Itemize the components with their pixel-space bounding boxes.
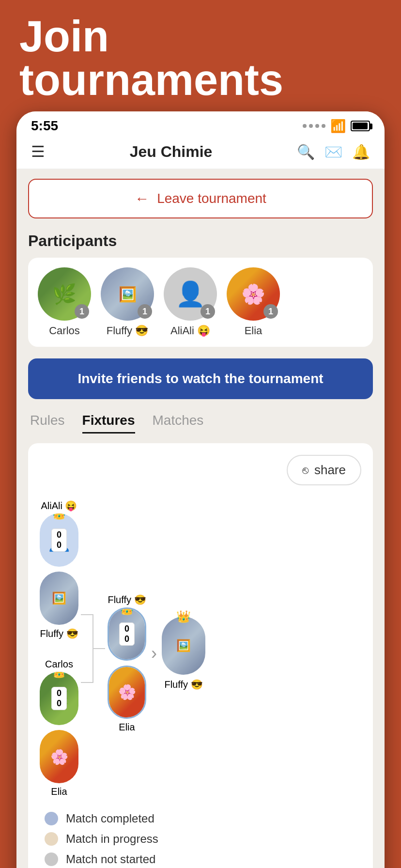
signal-dots	[303, 124, 325, 128]
fluffy-bracket-avatar1: 🖼️	[40, 572, 78, 625]
elia-bracket-img: 🌸	[40, 730, 78, 783]
carlos-avatar-wrap: 🌿 1	[38, 267, 91, 321]
legend-dot-in-progress	[45, 832, 58, 846]
fluffy-avatar-wrap: 🖼️ 1	[101, 267, 154, 321]
elia-bracket-name2: Elia	[119, 722, 135, 733]
legend-label-not-started: Match not started	[66, 852, 155, 866]
crown3-icon: 👑	[120, 607, 134, 616]
elia-bracket-avatar2: 🌸	[108, 666, 146, 719]
legend-label-in-progress: Match in progress	[66, 832, 158, 846]
bracket-player-elia1: 🌸 Elia	[40, 730, 78, 797]
bracket-player-aliali: AliAli 😝 👤 00 👑	[40, 500, 78, 567]
status-bar: 5:55 📶	[16, 111, 385, 138]
leave-tournament-label: Leave tournament	[157, 191, 266, 206]
legend-not-started: Match not started	[45, 852, 361, 866]
bracket-player-carlos: Carlos 🌿 00 👑	[40, 659, 78, 725]
bracket-semifinal: Fluffy 😎 🖼️ 00 👑	[108, 594, 146, 733]
match1-score: 00	[51, 528, 67, 552]
signal-dot-3	[315, 124, 319, 128]
phone-frame: 5:55 📶 ☰ Jeu Chimie 🔍 ✉️ 🔔 ←	[16, 111, 385, 868]
signal-dot-1	[303, 124, 307, 128]
legend-label-completed: Match completed	[66, 812, 154, 825]
tab-fixtures[interactable]: Fixtures	[82, 413, 135, 434]
fluffy-bracket-avatar2: 🖼️ 00 👑	[108, 607, 146, 661]
nav-action-icons: 🔍 ✉️ 🔔	[297, 143, 370, 160]
final-name: Fluffy 😎	[164, 679, 202, 690]
fixtures-tabs: Rules Fixtures Matches	[28, 413, 373, 434]
semifinal-score: 00	[119, 622, 135, 646]
bracket-match1: AliAli 😝 👤 00 👑	[40, 500, 78, 639]
legend-completed: Match completed	[45, 812, 361, 825]
aliali-avatar-wrap: 👤 1	[164, 267, 217, 321]
fixtures-header: ⎋ share	[40, 455, 361, 485]
carlos-name: Carlos	[49, 325, 80, 337]
wifi-icon: 📶	[330, 119, 346, 134]
share-icon: ⎋	[302, 464, 308, 477]
app-title: Jeu Chimie	[130, 143, 213, 161]
elia-name: Elia	[245, 325, 262, 337]
participants-title: Participants	[28, 232, 373, 250]
fluffy-bracket-name2: Fluffy 😎	[108, 594, 146, 605]
banner: Join tournaments	[0, 0, 401, 111]
mail-icon[interactable]: ✉️	[324, 143, 342, 160]
aliali-bracket-name: AliAli 😝	[41, 500, 77, 512]
legend-dot-completed	[45, 812, 58, 825]
carlos-bracket-name: Carlos	[45, 659, 73, 670]
app-nav: ☰ Jeu Chimie 🔍 ✉️ 🔔	[16, 138, 385, 169]
legend-dot-not-started	[45, 852, 58, 866]
crown1-icon: 👑	[52, 513, 66, 520]
aliali-bracket-avatar: 👤 00 👑	[40, 513, 78, 567]
participant-elia: 🌸 1 Elia	[227, 267, 280, 337]
bracket-player-fluffy1: 🖼️ Fluffy 😎	[40, 572, 78, 639]
hamburger-icon[interactable]: ☰	[31, 142, 45, 161]
share-label: share	[314, 463, 346, 478]
back-arrow-icon: ←	[135, 190, 149, 207]
tab-matches[interactable]: Matches	[153, 413, 204, 434]
bracket-final: 👑 🖼️ Fluffy 😎	[162, 617, 205, 690]
battery-icon	[351, 121, 370, 131]
fluffy-name: Fluffy 😎	[107, 325, 149, 337]
final-crown-icon: 👑	[176, 610, 191, 623]
status-time: 5:55	[31, 118, 58, 134]
tab-rules[interactable]: Rules	[30, 413, 65, 434]
invite-friends-button[interactable]: Invite friends to watch the tournament	[28, 358, 373, 399]
bell-icon[interactable]: 🔔	[352, 143, 370, 160]
participants-card: 🌿 1 Carlos 🖼️ 1 Fluffy 😎 👤	[28, 258, 373, 347]
bracket-round1: AliAli 😝 👤 00 👑	[40, 500, 78, 797]
banner-title: Join tournaments	[19, 15, 382, 102]
participant-aliali: 👤 1 AliAli 😝	[164, 267, 217, 337]
leave-tournament-button[interactable]: ← Leave tournament	[28, 179, 373, 218]
match2-score: 00	[51, 687, 67, 710]
elia-bracket-name: Elia	[51, 786, 67, 797]
battery-fill	[353, 123, 368, 129]
aliali-name: AliAli 😝	[170, 325, 210, 337]
signal-dot-4	[322, 124, 325, 128]
fluffy-bracket-name1: Fluffy 😎	[40, 628, 78, 639]
crown2-icon: 👑	[52, 672, 66, 679]
signal-dot-2	[309, 124, 313, 128]
final-player: 👑 🖼️	[162, 617, 205, 675]
bracket-connector1	[81, 576, 105, 721]
elia-avatar-wrap: 🌸 1	[227, 267, 280, 321]
connector-svg1	[81, 576, 105, 721]
main-content: ← Leave tournament Participants 🌿 1 Carl…	[16, 169, 385, 868]
carlos-bracket-avatar: 🌿 00 👑	[40, 672, 78, 725]
final-avatar-img: 🖼️	[162, 617, 205, 675]
carlos-badge: 1	[75, 304, 89, 319]
bracket-round2: Fluffy 😎 🖼️ 00 👑	[108, 594, 146, 733]
search-icon[interactable]: 🔍	[297, 143, 315, 160]
status-icons: 📶	[303, 119, 370, 134]
share-button[interactable]: ⎋ share	[287, 455, 361, 485]
bracket-legend: Match completed Match in progress Match …	[40, 812, 361, 866]
bracket-arrow: ›	[151, 643, 157, 664]
aliali-badge: 1	[200, 304, 215, 319]
participant-fluffy: 🖼️ 1 Fluffy 😎	[101, 267, 154, 337]
bracket-player-elia2: 🌸 Elia	[108, 666, 146, 733]
bracket-player-fluffy2: Fluffy 😎 🖼️ 00 👑	[108, 594, 146, 661]
legend-in-progress: Match in progress	[45, 832, 361, 846]
fluffy-badge: 1	[138, 304, 152, 319]
elia-bracket-avatar: 🌸	[40, 730, 78, 783]
final-avatar: 🖼️	[162, 617, 205, 675]
participant-carlos: 🌿 1 Carlos	[38, 267, 91, 337]
bracket-match2: Carlos 🌿 00 👑	[40, 659, 78, 797]
